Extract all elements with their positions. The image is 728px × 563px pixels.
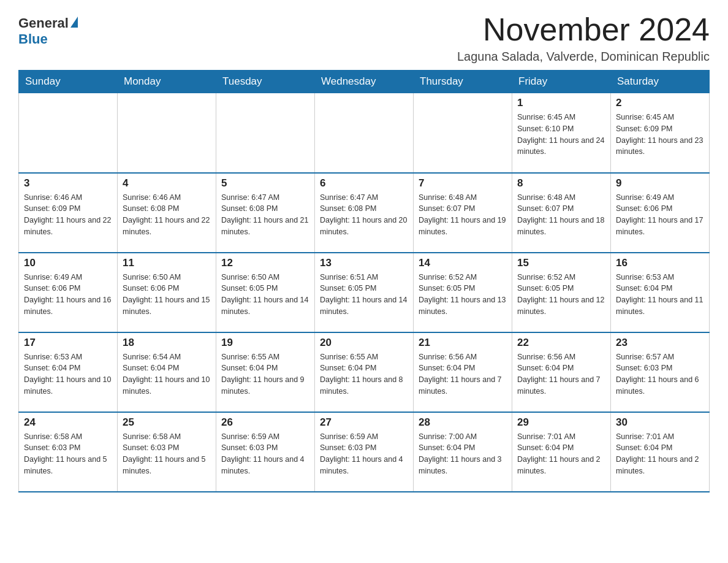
calendar-day-cell: 15Sunrise: 6:52 AMSunset: 6:05 PMDayligh…: [512, 253, 611, 332]
day-sun-info: Sunrise: 6:47 AMSunset: 6:08 PMDaylight:…: [320, 192, 408, 238]
day-sun-info: Sunrise: 7:01 AMSunset: 6:04 PMDaylight:…: [616, 431, 704, 477]
day-number: 15: [517, 257, 605, 269]
day-number: 4: [123, 177, 211, 190]
day-sun-info: Sunrise: 6:48 AMSunset: 6:07 PMDaylight:…: [517, 192, 605, 238]
day-number: 10: [24, 257, 112, 269]
day-number: 21: [419, 337, 507, 349]
day-number: 26: [221, 416, 309, 429]
weekday-header-sunday: Sunday: [19, 71, 118, 93]
calendar-day-cell: 3Sunrise: 6:46 AMSunset: 6:09 PMDaylight…: [19, 173, 118, 253]
calendar-day-cell: 16Sunrise: 6:53 AMSunset: 6:04 PMDayligh…: [611, 253, 710, 332]
day-number: 23: [616, 337, 704, 349]
weekday-header-saturday: Saturday: [611, 71, 710, 93]
day-sun-info: Sunrise: 6:56 AMSunset: 6:04 PMDaylight:…: [419, 351, 507, 397]
day-sun-info: Sunrise: 6:49 AMSunset: 6:06 PMDaylight:…: [616, 192, 704, 238]
month-title: November 2024: [457, 12, 710, 47]
calendar-week-row: 10Sunrise: 6:49 AMSunset: 6:06 PMDayligh…: [19, 253, 710, 332]
calendar-day-cell: 4Sunrise: 6:46 AMSunset: 6:08 PMDaylight…: [118, 173, 216, 253]
day-number: 2: [616, 97, 704, 109]
calendar-day-cell: 13Sunrise: 6:51 AMSunset: 6:05 PMDayligh…: [315, 253, 414, 332]
day-sun-info: Sunrise: 6:51 AMSunset: 6:05 PMDaylight:…: [320, 272, 408, 318]
calendar-day-cell: 26Sunrise: 6:59 AMSunset: 6:03 PMDayligh…: [216, 412, 315, 492]
day-sun-info: Sunrise: 6:52 AMSunset: 6:05 PMDaylight:…: [517, 272, 605, 318]
day-number: 17: [24, 337, 112, 349]
calendar-day-cell: [414, 93, 512, 173]
calendar-day-cell: 14Sunrise: 6:52 AMSunset: 6:05 PMDayligh…: [414, 253, 512, 332]
day-sun-info: Sunrise: 6:46 AMSunset: 6:09 PMDaylight:…: [24, 192, 112, 238]
calendar-day-cell: 30Sunrise: 7:01 AMSunset: 6:04 PMDayligh…: [611, 412, 710, 492]
calendar-day-cell: 8Sunrise: 6:48 AMSunset: 6:07 PMDaylight…: [512, 173, 611, 253]
day-number: 12: [221, 257, 309, 269]
page-header: General Blue November 2024 Laguna Salada…: [18, 12, 710, 64]
day-sun-info: Sunrise: 6:46 AMSunset: 6:08 PMDaylight:…: [123, 192, 211, 238]
day-number: 11: [123, 257, 211, 269]
logo-triangle-icon: [70, 17, 78, 28]
day-number: 18: [123, 337, 211, 349]
day-sun-info: Sunrise: 6:45 AMSunset: 6:09 PMDaylight:…: [616, 112, 704, 158]
day-sun-info: Sunrise: 6:53 AMSunset: 6:04 PMDaylight:…: [616, 272, 704, 318]
day-number: 19: [221, 337, 309, 349]
calendar-day-cell: 10Sunrise: 6:49 AMSunset: 6:06 PMDayligh…: [19, 253, 118, 332]
weekday-header-monday: Monday: [118, 71, 216, 93]
calendar-day-cell: 19Sunrise: 6:55 AMSunset: 6:04 PMDayligh…: [216, 332, 315, 412]
calendar-day-cell: [216, 93, 315, 173]
day-sun-info: Sunrise: 6:58 AMSunset: 6:03 PMDaylight:…: [24, 431, 112, 477]
day-sun-info: Sunrise: 6:56 AMSunset: 6:04 PMDaylight:…: [517, 351, 605, 397]
day-sun-info: Sunrise: 6:52 AMSunset: 6:05 PMDaylight:…: [419, 272, 507, 318]
calendar-day-cell: 11Sunrise: 6:50 AMSunset: 6:06 PMDayligh…: [118, 253, 216, 332]
calendar-day-cell: 21Sunrise: 6:56 AMSunset: 6:04 PMDayligh…: [414, 332, 512, 412]
day-sun-info: Sunrise: 6:55 AMSunset: 6:04 PMDaylight:…: [320, 351, 408, 397]
calendar-day-cell: 6Sunrise: 6:47 AMSunset: 6:08 PMDaylight…: [315, 173, 414, 253]
calendar-day-cell: 2Sunrise: 6:45 AMSunset: 6:09 PMDaylight…: [611, 93, 710, 173]
calendar-day-cell: 29Sunrise: 7:01 AMSunset: 6:04 PMDayligh…: [512, 412, 611, 492]
day-sun-info: Sunrise: 6:59 AMSunset: 6:03 PMDaylight:…: [320, 431, 408, 477]
day-sun-info: Sunrise: 6:45 AMSunset: 6:10 PMDaylight:…: [517, 112, 605, 158]
weekday-header-row: SundayMondayTuesdayWednesdayThursdayFrid…: [19, 71, 710, 93]
calendar-week-row: 17Sunrise: 6:53 AMSunset: 6:04 PMDayligh…: [19, 332, 710, 412]
calendar-day-cell: 5Sunrise: 6:47 AMSunset: 6:08 PMDaylight…: [216, 173, 315, 253]
calendar-week-row: 3Sunrise: 6:46 AMSunset: 6:09 PMDaylight…: [19, 173, 710, 253]
logo-blue-text: Blue: [18, 31, 48, 47]
calendar-day-cell: 9Sunrise: 6:49 AMSunset: 6:06 PMDaylight…: [611, 173, 710, 253]
calendar-day-cell: 23Sunrise: 6:57 AMSunset: 6:03 PMDayligh…: [611, 332, 710, 412]
day-number: 14: [419, 257, 507, 269]
day-sun-info: Sunrise: 6:55 AMSunset: 6:04 PMDaylight:…: [221, 351, 309, 397]
day-number: 27: [320, 416, 408, 429]
calendar-day-cell: 27Sunrise: 6:59 AMSunset: 6:03 PMDayligh…: [315, 412, 414, 492]
calendar-day-cell: 7Sunrise: 6:48 AMSunset: 6:07 PMDaylight…: [414, 173, 512, 253]
day-number: 29: [517, 416, 605, 429]
day-sun-info: Sunrise: 6:58 AMSunset: 6:03 PMDaylight:…: [123, 431, 211, 477]
weekday-header-wednesday: Wednesday: [315, 71, 414, 93]
calendar-day-cell: [19, 93, 118, 173]
day-number: 3: [24, 177, 112, 190]
calendar-day-cell: 20Sunrise: 6:55 AMSunset: 6:04 PMDayligh…: [315, 332, 414, 412]
day-number: 9: [616, 177, 704, 190]
logo-area: General Blue: [18, 12, 78, 47]
weekday-header-tuesday: Tuesday: [216, 71, 315, 93]
calendar-body: 1Sunrise: 6:45 AMSunset: 6:10 PMDaylight…: [19, 93, 710, 492]
day-sun-info: Sunrise: 6:49 AMSunset: 6:06 PMDaylight:…: [24, 272, 112, 318]
day-sun-info: Sunrise: 6:50 AMSunset: 6:06 PMDaylight:…: [123, 272, 211, 318]
day-sun-info: Sunrise: 6:50 AMSunset: 6:05 PMDaylight:…: [221, 272, 309, 318]
day-sun-info: Sunrise: 6:53 AMSunset: 6:04 PMDaylight:…: [24, 351, 112, 397]
calendar-table: SundayMondayTuesdayWednesdayThursdayFrid…: [18, 70, 710, 492]
calendar-day-cell: [315, 93, 414, 173]
calendar-day-cell: 25Sunrise: 6:58 AMSunset: 6:03 PMDayligh…: [118, 412, 216, 492]
day-number: 28: [419, 416, 507, 429]
title-area: November 2024 Laguna Salada, Valverde, D…: [457, 12, 710, 64]
day-number: 24: [24, 416, 112, 429]
day-number: 30: [616, 416, 704, 429]
logo-general-text: General: [18, 15, 69, 31]
day-number: 7: [419, 177, 507, 190]
calendar-day-cell: 18Sunrise: 6:54 AMSunset: 6:04 PMDayligh…: [118, 332, 216, 412]
weekday-header-friday: Friday: [512, 71, 611, 93]
day-number: 1: [517, 97, 605, 109]
day-sun-info: Sunrise: 6:59 AMSunset: 6:03 PMDaylight:…: [221, 431, 309, 477]
calendar-day-cell: 22Sunrise: 6:56 AMSunset: 6:04 PMDayligh…: [512, 332, 611, 412]
day-sun-info: Sunrise: 6:48 AMSunset: 6:07 PMDaylight:…: [419, 192, 507, 238]
location-subtitle: Laguna Salada, Valverde, Dominican Repub…: [457, 50, 710, 64]
day-sun-info: Sunrise: 7:01 AMSunset: 6:04 PMDaylight:…: [517, 431, 605, 477]
day-number: 25: [123, 416, 211, 429]
day-number: 13: [320, 257, 408, 269]
day-sun-info: Sunrise: 6:57 AMSunset: 6:03 PMDaylight:…: [616, 351, 704, 397]
